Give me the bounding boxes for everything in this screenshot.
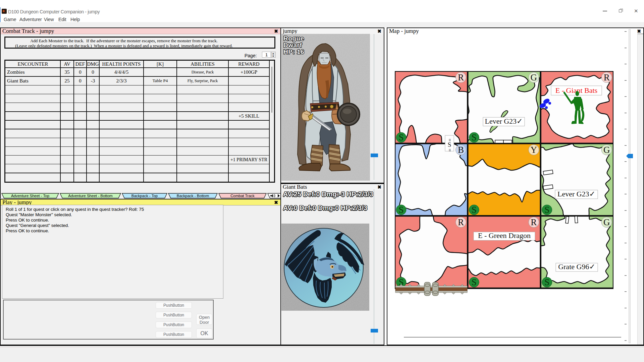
- svg-text:Backpack - Top: Backpack - Top: [131, 194, 158, 198]
- svg-text:S: S: [472, 205, 477, 215]
- svg-text:B: B: [458, 145, 464, 155]
- svg-text:S: S: [544, 277, 549, 287]
- svg-text:R: R: [531, 217, 537, 227]
- svg-text:S: S: [544, 205, 549, 215]
- svg-text:Backpack - Bottom: Backpack - Bottom: [177, 194, 209, 198]
- svg-text:Grate G96✓: Grate G96✓: [558, 262, 595, 271]
- svg-text:Dwarf: Dwarf: [283, 42, 302, 49]
- svg-text:S: S: [472, 277, 477, 287]
- svg-text:S: S: [398, 205, 404, 215]
- svg-text:R: R: [458, 217, 464, 227]
- svg-text:Lever G23✓: Lever G23✓: [485, 117, 523, 125]
- svg-text:S: S: [398, 132, 404, 142]
- svg-text:G: G: [603, 145, 610, 155]
- svg-text:R: R: [458, 72, 464, 82]
- svg-text:HP: 16: HP: 16: [283, 48, 304, 55]
- svg-text:S: S: [472, 132, 477, 142]
- svg-text:G: G: [531, 72, 537, 82]
- svg-text:Adventure Sheet - Bottom: Adventure Sheet - Bottom: [68, 194, 112, 198]
- svg-text:R: R: [604, 72, 610, 82]
- svg-text:Y: Y: [531, 145, 537, 155]
- svg-text:=: =: [447, 148, 452, 152]
- svg-text:S: S: [448, 141, 451, 148]
- svg-text:E - Green Dragon: E - Green Dragon: [478, 231, 531, 240]
- svg-text:G: G: [603, 217, 610, 227]
- svg-text:Adventure Sheet - Top: Adventure Sheet - Top: [11, 194, 49, 198]
- svg-text:Lever G23✓: Lever G23✓: [557, 190, 595, 198]
- svg-text:Rogue: Rogue: [283, 35, 304, 42]
- svg-text:Combat Track: Combat Track: [230, 194, 255, 198]
